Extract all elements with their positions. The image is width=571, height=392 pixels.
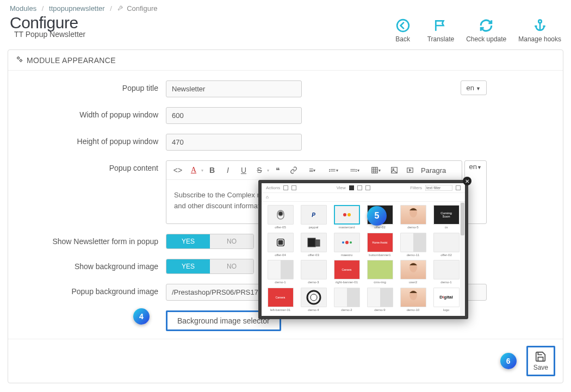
bold-icon[interactable]: B	[205, 164, 219, 177]
file-browser-topbar: Actions View Filters	[262, 183, 465, 193]
breadcrumb: Modules / ttpopupnewsletter / Configure	[0, 0, 571, 15]
flag-icon	[433, 18, 448, 33]
page-subtitle: TT Popup Newsletter	[10, 30, 85, 39]
text-color-icon[interactable]: A	[187, 164, 201, 177]
popup-title-label: Popup title	[19, 80, 166, 92]
toggle-yes[interactable]: YES	[166, 234, 210, 248]
paragraph-select[interactable]: Paragra	[419, 165, 448, 176]
file-item[interactable]: demo-1	[431, 260, 462, 285]
show-bg-toggle[interactable]: YES NO	[166, 259, 254, 274]
file-item[interactable]: demo-1	[265, 260, 296, 285]
svg-rect-4	[372, 167, 378, 173]
file-item[interactable]: demo-5	[398, 205, 429, 231]
file-item[interactable]: Ppaypal	[298, 205, 329, 231]
align-icon[interactable]: ≡▾	[302, 164, 322, 177]
manage-hooks-button[interactable]: Manage hooks	[518, 18, 561, 43]
blockquote-icon[interactable]: ❝	[271, 164, 285, 177]
file-item[interactable]: Home Assistbottombanner1	[364, 233, 395, 258]
fb-view-grid-icon[interactable]	[349, 185, 354, 190]
file-item[interactable]: demo-2	[331, 288, 362, 313]
editor-toolbar: <> A ▾ B I U S ▾ ❝ ≡▾ ≔▾ ≕▾	[166, 161, 462, 180]
wrench-icon	[117, 4, 126, 13]
back-icon	[395, 18, 411, 33]
file-item[interactable]: Cameraright-banner-01	[331, 260, 362, 285]
file-item[interactable]: ComingSooncs	[431, 205, 462, 231]
toolbar-label: Check update	[466, 35, 506, 43]
strikethrough-icon[interactable]: S	[252, 164, 266, 177]
file-item[interactable]: Digitallogo	[431, 288, 462, 313]
lang-value: en	[467, 84, 474, 92]
lang-dropdown[interactable]: en▼	[461, 80, 487, 95]
toolbar-label: Translate	[427, 35, 455, 43]
underline-icon[interactable]: U	[237, 164, 251, 177]
fb-scrollbar[interactable]	[460, 202, 465, 316]
back-button[interactable]: Back	[390, 18, 415, 43]
show-bg-label: Show background image	[19, 259, 166, 271]
breadcrumb-modules[interactable]: Modules	[10, 4, 36, 13]
file-item-caption: logo	[443, 308, 449, 312]
popup-title-input[interactable]	[166, 80, 302, 97]
svg-rect-12	[278, 240, 282, 244]
svg-point-2	[17, 57, 20, 59]
save-button[interactable]: Save	[526, 346, 555, 376]
file-item-caption: user2	[409, 281, 417, 284]
fb-sort-icon[interactable]	[456, 185, 461, 190]
toggle-yes[interactable]: YES	[166, 259, 210, 273]
page-toolbar: Back Translate Check update Manage hooks	[390, 15, 561, 43]
fb-actions-label: Actions	[266, 185, 280, 190]
toolbar-label: Back	[395, 35, 410, 43]
file-item[interactable]: Cameraleft-banner-01	[265, 288, 296, 313]
file-browser-dialog: ✕ Actions View Filters ⌂	[258, 180, 468, 319]
file-item[interactable]: demo-3	[298, 260, 329, 285]
file-item[interactable]: offer-04	[265, 233, 296, 258]
fb-action-add-icon[interactable]	[283, 185, 288, 190]
svg-point-9	[278, 211, 283, 216]
fb-filter-input[interactable]	[425, 185, 452, 191]
file-item[interactable]: offer-05	[265, 205, 296, 231]
height-input[interactable]	[166, 134, 302, 151]
file-item[interactable]: demo-4	[298, 288, 329, 313]
link-icon[interactable]	[287, 164, 301, 177]
fb-view-label: View	[337, 185, 346, 190]
number-list-icon[interactable]: ≕▾	[345, 164, 364, 177]
italic-icon[interactable]: I	[221, 164, 235, 177]
file-item[interactable]: mastercard	[331, 205, 362, 231]
fb-view-list-icon[interactable]	[365, 185, 370, 190]
toggle-no[interactable]: NO	[210, 234, 253, 248]
fb-view-large-icon[interactable]	[357, 185, 362, 190]
video-icon[interactable]	[403, 164, 417, 177]
file-item[interactable]: demo-11	[398, 233, 429, 258]
panel-footer: 6 Save	[8, 339, 563, 383]
file-item[interactable]: user2	[398, 260, 429, 285]
fb-action-upload-icon[interactable]	[291, 185, 296, 190]
file-item-caption: demo-1	[440, 281, 451, 284]
fb-breadcrumb[interactable]: ⌂	[262, 193, 465, 202]
width-input[interactable]	[166, 107, 302, 124]
breadcrumb-module[interactable]: ttpopupnewsletter	[49, 4, 105, 13]
translate-button[interactable]: Translate	[427, 18, 455, 43]
image-icon[interactable]	[387, 164, 401, 177]
file-item[interactable]: demo-9	[364, 288, 395, 313]
file-item[interactable]: cms-img	[364, 260, 395, 285]
file-item-caption: demo-10	[407, 308, 420, 312]
show-form-toggle[interactable]: YES NO	[166, 234, 254, 249]
save-label: Save	[533, 364, 548, 371]
close-icon[interactable]: ✕	[463, 177, 471, 185]
toggle-no[interactable]: NO	[210, 259, 253, 273]
check-update-button[interactable]: Check update	[466, 18, 506, 43]
gears-icon	[16, 55, 23, 65]
file-item[interactable]: maestro	[331, 233, 362, 258]
file-item-caption: offer-05	[275, 226, 286, 229]
file-item[interactable]: offer-02	[431, 233, 462, 258]
content-label: Popup content	[19, 160, 166, 172]
file-item[interactable]: demo-10	[398, 288, 429, 313]
file-item-caption: demo-5	[407, 226, 418, 229]
file-item[interactable]: offer-03	[298, 233, 329, 258]
bullet-list-icon[interactable]: ≔▾	[324, 164, 343, 177]
table-icon[interactable]: ▾	[366, 164, 386, 177]
fb-filters-label: Filters	[410, 185, 422, 190]
file-item-caption: mastercard	[338, 226, 355, 229]
file-item-caption: offer-03	[308, 253, 319, 257]
source-code-icon[interactable]: <>	[171, 164, 185, 177]
file-item-caption: left-banner-01	[270, 308, 290, 312]
